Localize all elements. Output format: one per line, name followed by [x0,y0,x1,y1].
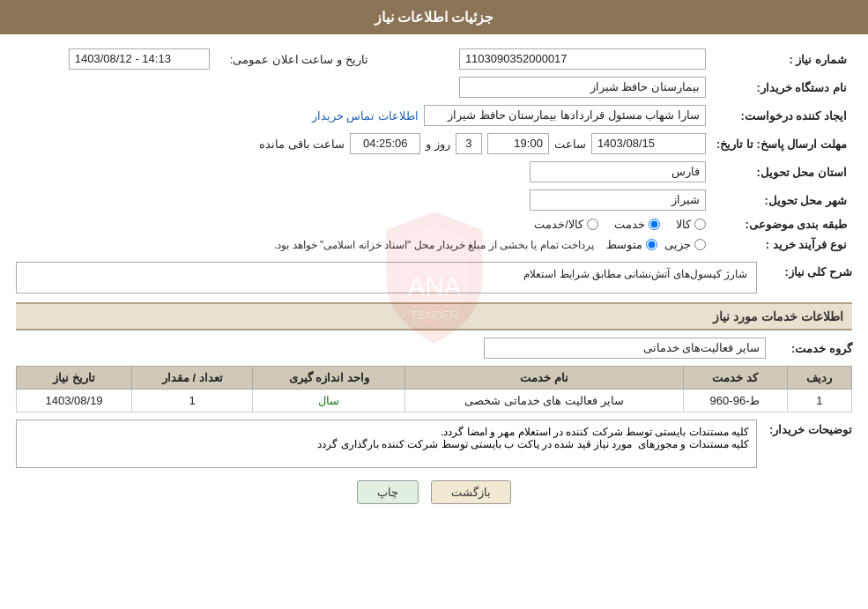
days-label: روز و [426,137,450,151]
cell-qty: 1 [132,390,253,412]
row-category: طبقه بندی موضوعی: کالا خدمت کالا/خدمت [16,214,852,234]
category-label: طبقه بندی موضوعی: [711,214,852,234]
col-header-date: تاریخ نیاز [17,367,132,390]
row-creator: ایجاد کننده درخواست: سارا شهاب مسئول قرا… [16,101,852,130]
need-desc-section: ANA TENDER شرح کلی نیاز: شارژ کپسول‌های … [16,262,852,293]
province-label: استان محل تحویل: [711,158,852,186]
row-province: استان محل تحویل: فارس [16,158,852,186]
time-label: ساعت [554,137,586,151]
buyer-org-value: بیمارستان حافظ شیراز [459,77,706,98]
table-row: 1ط-96-960سایر فعالیت های خدماتی شخصیسال1… [17,390,852,412]
back-button[interactable]: بازگشت [431,480,511,504]
service-group-row: گروه خدمت: سایر فعالیت‌های خدماتی [16,338,852,359]
page-wrapper: جزئیات اطلاعات نیاز شماره نیاز : 1103090… [0,0,868,609]
cell-date: 1403/08/19 [17,390,132,412]
purchase-type-note: پرداخت تمام یا بخشی از مبلغ خریدار محل "… [274,239,594,251]
purchase-type-label: نوع فرآیند خرید : [711,234,852,255]
deadline-date-value: 1403/08/15 [591,133,706,154]
creator-label: ایجاد کننده درخواست: [711,101,852,130]
contact-link[interactable]: اطلاعات تماس خریدار [312,109,419,123]
col-header-row: ردیف [787,367,851,390]
buyer-remarks-value [16,420,757,468]
buyer-org-label: نام دستگاه خریدار: [711,73,852,101]
need-desc-value: شارژ کپسول‌های آتش‌نشانی مطابق شرایط است… [16,262,757,293]
purchase-type-jozi[interactable]: جزیی [664,238,706,251]
buyer-remarks-section: توضیحات خریدار: [16,420,852,468]
category-radio-group: کالا خدمت کالا/خدمت [21,218,706,231]
print-button[interactable]: چاپ [357,480,419,504]
service-group-label: گروه خدمت: [773,342,852,355]
city-label: شهر محل تحویل: [711,186,852,214]
announce-date-label: تاریخ و ساعت اعلان عمومی: [215,45,374,73]
row-purchase-type: نوع فرآیند خرید : جزیی متوسط پرداخت تمام… [16,234,852,255]
purchase-type-motevasset[interactable]: متوسط [606,238,657,251]
info-grid: شماره نیاز : 1103090352000017 تاریخ و سا… [16,45,852,255]
services-section-title: اطلاعات خدمات مورد نیاز [16,302,852,330]
page-title: جزئیات اطلاعات نیاز [375,10,494,25]
need-desc-label: شرح کلی نیاز: [764,262,852,279]
col-header-name: نام خدمت [405,367,683,390]
row-buyer-org: نام دستگاه خریدار: بیمارستان حافظ شیراز [16,73,852,101]
announce-date-value: 1403/08/12 - 14:13 [69,48,210,70]
city-value: شیراز [530,189,706,211]
response-deadline-label: مهلت ارسال پاسخ: تا تاریخ: [711,130,852,158]
col-header-code: کد خدمت [683,367,787,390]
remaining-time: 04:25:06 [350,133,420,154]
col-header-qty: تعداد / مقدار [132,367,253,390]
cell-code: ط-96-960 [683,390,787,412]
remaining-label: ساعت باقی مانده [259,137,345,151]
remaining-days: 3 [456,133,482,154]
col-header-unit: واحد اندازه گیری [253,367,405,390]
cell-name: سایر فعالیت های خدماتی شخصی [405,390,683,412]
province-value: فارس [530,161,706,182]
cell-row: 1 [787,390,851,412]
cell-unit: سال [253,390,405,412]
row-city: شهر محل تحویل: شیراز [16,186,852,214]
page-header: جزئیات اطلاعات نیاز [0,0,868,34]
row-need-number: شماره نیاز : 1103090352000017 تاریخ و سا… [16,45,852,73]
main-content: شماره نیاز : 1103090352000017 تاریخ و سا… [0,34,868,527]
services-table: ردیف کد خدمت نام خدمت واحد اندازه گیری ت… [16,366,852,412]
category-option-khedmat[interactable]: خدمت [614,218,660,231]
category-option-kala-khedmat[interactable]: کالا/خدمت [534,218,598,231]
need-number-label: شماره نیاز : [711,45,852,73]
buttons-row: بازگشت چاپ [16,480,852,504]
table-header-row: ردیف کد خدمت نام خدمت واحد اندازه گیری ت… [17,367,852,390]
creator-value: سارا شهاب مسئول قراردادها بیمارستان حافظ… [424,105,706,126]
need-number-value: 1103090352000017 [459,48,706,70]
deadline-time-value: 19:00 [487,133,549,154]
row-deadline: مهلت ارسال پاسخ: تا تاریخ: 1403/08/15 سا… [16,130,852,158]
category-option-kala[interactable]: کالا [676,218,706,231]
service-group-value: سایر فعالیت‌های خدماتی [484,338,766,359]
buyer-remarks-label: توضیحات خریدار: [764,420,852,436]
